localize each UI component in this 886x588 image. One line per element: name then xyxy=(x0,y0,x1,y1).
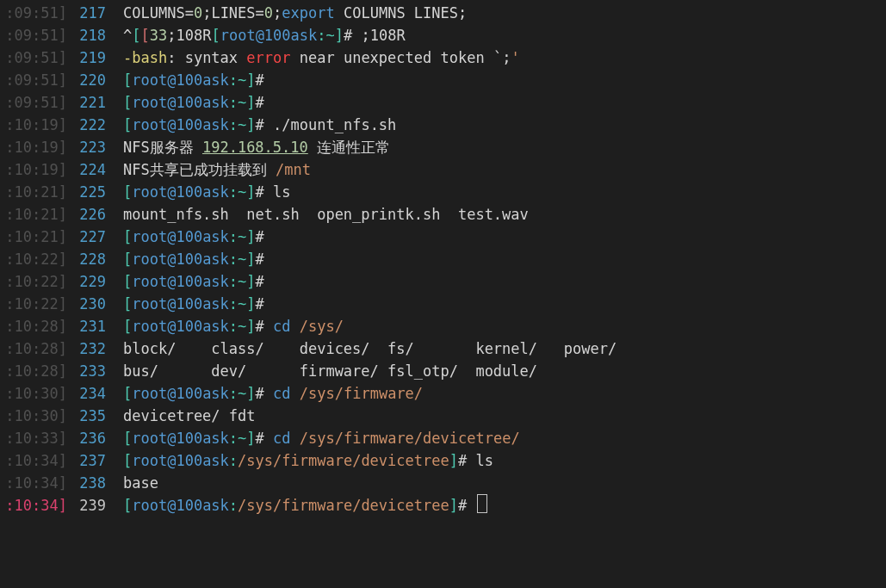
token: root@100ask xyxy=(132,71,229,89)
token: [ xyxy=(123,452,132,469)
timestamp-cell: :09:51] xyxy=(0,91,69,114)
token: [ xyxy=(123,116,132,133)
line-number: 236 xyxy=(69,427,116,449)
line-number: 222 xyxy=(69,114,116,136)
timestamp-cell: :10:34] xyxy=(0,472,69,494)
timestamp-cell: :10:19] xyxy=(0,136,69,158)
token: : syntax xyxy=(167,49,246,66)
token: ] xyxy=(246,94,255,111)
token: root@100ask xyxy=(132,497,229,514)
token: ] xyxy=(246,430,255,447)
token: root@100ask xyxy=(132,228,229,245)
token: # xyxy=(256,430,273,447)
token xyxy=(291,318,300,335)
token: root@100ask xyxy=(132,251,229,268)
timestamp-cell: :10:33] xyxy=(0,427,69,449)
terminal-log-editor[interactable]: :09:51]:09:51]:09:51]:09:51]:09:51]:10:1… xyxy=(0,0,886,588)
token: [ xyxy=(132,27,140,44)
token: ] xyxy=(246,385,255,402)
token: # xyxy=(458,497,475,514)
token: : xyxy=(229,452,238,469)
terminal-line: [root@100ask:~]# xyxy=(123,270,886,293)
token: root@100ask xyxy=(132,385,229,402)
terminal-line: [root@100ask:/sys/firmware/devicetree]# … xyxy=(123,449,886,472)
timestamp-cell: :09:51] xyxy=(0,69,69,91)
timestamp-cell: :09:51] xyxy=(0,24,69,46)
terminal-line: COLUMNS=0;LINES=0;export COLUMNS LINES; xyxy=(123,2,886,24)
terminal-line: NFS共享已成功挂载到 /mnt xyxy=(123,158,886,181)
line-number: 239 xyxy=(69,494,116,517)
terminal-line: [root@100ask:~]# xyxy=(123,293,886,315)
token: # xyxy=(256,251,273,268)
terminal-line: [root@100ask:~]# cd /sys/firmware/device… xyxy=(123,427,886,449)
token: root@100ask xyxy=(132,318,229,335)
token: :~ xyxy=(229,430,246,447)
terminal-line: NFS服务器 192.168.5.10 连通性正常 xyxy=(123,136,886,158)
token: -bash xyxy=(123,49,167,66)
token: # ls xyxy=(458,452,493,469)
token: cd xyxy=(273,318,290,335)
token: cd xyxy=(273,430,290,447)
line-number: 223 xyxy=(69,136,116,158)
token: ] xyxy=(246,251,255,268)
token: /sys/ xyxy=(300,318,344,335)
token: 192.168.5.10 xyxy=(202,139,308,156)
token: ] xyxy=(335,27,344,44)
token: [ xyxy=(123,251,132,268)
token: [ xyxy=(123,318,132,335)
line-number-gutter: 2172182192202212222232242252262272282292… xyxy=(69,0,116,588)
token: : xyxy=(229,497,238,514)
timestamp-cell: :10:28] xyxy=(0,337,69,360)
token: ] xyxy=(449,497,458,514)
timestamp-cell: :10:30] xyxy=(0,405,69,427)
timestamp-cell: :10:22] xyxy=(0,293,69,315)
token: # xyxy=(256,228,273,245)
token: base xyxy=(123,474,158,492)
token: 连通性正常 xyxy=(308,139,390,156)
terminal-line: [root@100ask:~]# cd /sys/ xyxy=(123,315,886,337)
token xyxy=(291,385,300,402)
line-number: 227 xyxy=(69,226,116,248)
terminal-line: base xyxy=(123,472,886,494)
line-number: 229 xyxy=(69,270,116,293)
token: ] xyxy=(246,116,255,133)
timestamp-cell: :09:51] xyxy=(0,46,69,69)
timestamp-cell: :10:21] xyxy=(0,226,69,248)
token: [ xyxy=(123,273,132,290)
token: export xyxy=(282,4,334,22)
token: # xyxy=(256,273,273,290)
line-number: 231 xyxy=(69,315,116,337)
token: ; xyxy=(273,4,282,22)
token: # ls xyxy=(256,183,291,201)
line-number: 238 xyxy=(69,472,116,494)
token: # xyxy=(256,385,273,402)
timestamp-cell: :10:19] xyxy=(0,114,69,136)
token: ^ xyxy=(123,27,132,44)
token: :~ xyxy=(229,183,246,201)
token: /sys/firmware/devicetree xyxy=(238,452,449,469)
token xyxy=(291,430,300,447)
line-number: 219 xyxy=(69,46,116,69)
terminal-line: ^[[33;108R[root@100ask:~]# ;108R xyxy=(123,24,886,46)
line-number: 221 xyxy=(69,91,116,114)
token: bus/ dev/ firmware/ fsl_otp/ module/ xyxy=(123,362,537,380)
terminal-line: [root@100ask:/sys/firmware/devicetree]# xyxy=(123,494,886,517)
token: [ xyxy=(141,27,150,44)
code-area[interactable]: COLUMNS=0;LINES=0;export COLUMNS LINES;^… xyxy=(116,0,886,588)
line-number: 228 xyxy=(69,248,116,270)
token: [ xyxy=(123,385,132,402)
token: 0 xyxy=(194,4,202,22)
token: /mnt xyxy=(276,161,311,178)
terminal-line: [root@100ask:~]# ./mount_nfs.sh xyxy=(123,114,886,136)
token: cd xyxy=(273,385,290,402)
terminal-line: devicetree/ fdt xyxy=(123,405,886,427)
token: [ xyxy=(123,295,132,313)
token: COLUMNS xyxy=(123,4,185,22)
token: ; xyxy=(167,27,176,44)
timestamp-cell: :09:51] xyxy=(0,2,69,24)
token: ] xyxy=(246,183,255,201)
terminal-line: bus/ dev/ firmware/ fsl_otp/ module/ xyxy=(123,360,886,382)
token: error xyxy=(246,49,290,66)
timestamp-cell: :10:21] xyxy=(0,203,69,226)
token: root@100ask xyxy=(132,273,229,290)
